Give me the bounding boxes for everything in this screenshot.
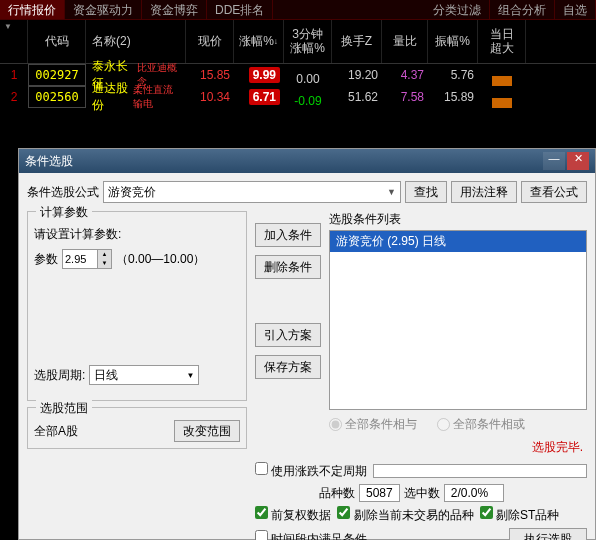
change-scope-button[interactable]: 改变范围 bbox=[174, 420, 240, 442]
spin-down-icon[interactable]: ▼ bbox=[97, 259, 111, 268]
condition-stock-dialog: 条件选股 — ✕ 条件选股公式 游资竞价 ▼ 查找 用法注释 查看公式 计算参数… bbox=[18, 148, 596, 540]
tab-self[interactable]: 自选 bbox=[555, 0, 596, 19]
turnover: 51.62 bbox=[332, 86, 382, 108]
amplitude: 15.89 bbox=[428, 86, 478, 108]
condition-listbox[interactable]: 游资竞价 (2.95) 日线 bbox=[329, 230, 587, 410]
add-condition-button[interactable]: 加入条件 bbox=[255, 223, 321, 247]
price: 10.34 bbox=[186, 86, 234, 108]
spin-up-icon[interactable]: ▲ bbox=[97, 250, 111, 259]
tab-combo[interactable]: 组合分析 bbox=[490, 0, 555, 19]
day-big bbox=[478, 64, 526, 86]
col-amplitude[interactable]: 振幅% bbox=[428, 20, 478, 63]
top-tab-bar: 行情报价 资金驱动力 资金博弈 DDE排名 分类过滤 组合分析 自选 bbox=[0, 0, 596, 20]
save-scheme-button[interactable]: 保存方案 bbox=[255, 355, 321, 379]
col-price[interactable]: 现价 bbox=[186, 20, 234, 63]
param-range: （0.00—10.00） bbox=[116, 251, 205, 268]
cycle-checkbox[interactable]: 使用涨跌不定周期 bbox=[255, 462, 367, 480]
col-code[interactable]: 代码 bbox=[28, 20, 86, 63]
progress-bar bbox=[373, 464, 587, 478]
view-formula-button[interactable]: 查看公式 bbox=[521, 181, 587, 203]
stock-code[interactable]: 002560 bbox=[28, 86, 86, 108]
turnover: 19.20 bbox=[332, 64, 382, 86]
time-checkbox[interactable]: 时间段内满足条件 bbox=[255, 530, 367, 540]
tab-dde[interactable]: DDE排名 bbox=[207, 0, 273, 19]
stock-name[interactable]: 通达股份柔性直流输电 bbox=[86, 86, 186, 108]
col-name[interactable]: 名称(2) bbox=[86, 20, 186, 63]
scope-value: 全部A股 bbox=[34, 423, 170, 440]
param-input[interactable] bbox=[63, 250, 97, 268]
chevron-down-icon: ▼ bbox=[186, 371, 194, 380]
selected-value: 2/0.0% bbox=[444, 484, 504, 502]
fq-checkbox[interactable]: 前复权数据 bbox=[255, 506, 331, 524]
sort-icon: ▼ bbox=[4, 22, 12, 31]
tab-quotes[interactable]: 行情报价 bbox=[0, 0, 65, 19]
col-index[interactable]: ▼ bbox=[0, 20, 28, 63]
period-label: 选股周期: bbox=[34, 367, 85, 384]
vol-ratio: 4.37 bbox=[382, 64, 428, 86]
calc-params-group: 计算参数 请设置计算参数: 参数 ▲▼ （0.00—10.00） 选股周期: bbox=[27, 211, 247, 401]
dialog-titlebar[interactable]: 条件选股 — ✕ bbox=[19, 149, 595, 173]
calc-hint: 请设置计算参数: bbox=[34, 226, 240, 243]
col-pct[interactable]: 涨幅%↓ bbox=[234, 20, 284, 63]
change-3min: -0.09 bbox=[284, 86, 332, 108]
col-volratio[interactable]: 量比 bbox=[382, 20, 428, 63]
count-label: 品种数 bbox=[319, 485, 355, 502]
import-scheme-button[interactable]: 引入方案 bbox=[255, 323, 321, 347]
st-checkbox[interactable]: 剔除ST品种 bbox=[480, 506, 560, 524]
tab-filter[interactable]: 分类过滤 bbox=[425, 0, 490, 19]
change-pct: 6.71 bbox=[234, 86, 284, 108]
chevron-down-icon: ▼ bbox=[387, 187, 396, 197]
change-3min: 0.00 bbox=[284, 64, 332, 86]
price: 15.85 bbox=[186, 64, 234, 86]
radio-or[interactable]: 全部条件相或 bbox=[437, 416, 525, 433]
delete-condition-button[interactable]: 删除条件 bbox=[255, 255, 321, 279]
vol-ratio: 7.58 bbox=[382, 86, 428, 108]
run-selection-button[interactable]: 执行选股 bbox=[509, 528, 587, 540]
day-big bbox=[478, 86, 526, 108]
dialog-title: 条件选股 bbox=[25, 153, 73, 170]
param-spinner[interactable]: ▲▼ bbox=[62, 249, 112, 269]
count-value: 5087 bbox=[359, 484, 400, 502]
condition-list-label: 选股条件列表 bbox=[329, 211, 587, 228]
usage-button[interactable]: 用法注释 bbox=[451, 181, 517, 203]
param-label: 参数 bbox=[34, 251, 58, 268]
exclude-checkbox[interactable]: 剔除当前未交易的品种 bbox=[337, 506, 473, 524]
formula-label: 条件选股公式 bbox=[27, 184, 99, 201]
stock-code[interactable]: 002927 bbox=[28, 64, 86, 86]
row-index: 1 bbox=[0, 64, 28, 86]
col-turnover[interactable]: 换手Z bbox=[332, 20, 382, 63]
amplitude: 5.76 bbox=[428, 64, 478, 86]
tab-fund-game[interactable]: 资金博弈 bbox=[142, 0, 207, 19]
close-button[interactable]: ✕ bbox=[567, 152, 589, 170]
scope-group: 选股范围 全部A股 改变范围 bbox=[27, 407, 247, 449]
col-daybig[interactable]: 当日超大 bbox=[478, 20, 526, 63]
radio-and[interactable]: 全部条件相与 bbox=[329, 416, 417, 433]
list-item[interactable]: 游资竞价 (2.95) 日线 bbox=[330, 231, 586, 252]
period-combo[interactable]: 日线 ▼ bbox=[89, 365, 199, 385]
table-row[interactable]: 2 002560 通达股份柔性直流输电 10.34 6.71 -0.09 51.… bbox=[0, 86, 596, 108]
table-row[interactable]: 1 002927 泰永长征比亚迪概念 15.85 9.99 0.00 19.20… bbox=[0, 64, 596, 86]
row-index: 2 bbox=[0, 86, 28, 108]
tab-fund-drive[interactable]: 资金驱动力 bbox=[65, 0, 142, 19]
selected-label: 选中数 bbox=[404, 485, 440, 502]
minimize-button[interactable]: — bbox=[543, 152, 565, 170]
change-pct: 9.99 bbox=[234, 64, 284, 86]
formula-combo[interactable]: 游资竞价 ▼ bbox=[103, 181, 401, 203]
col-3min[interactable]: 3分钟涨幅% bbox=[284, 20, 332, 63]
status-text: 选股完毕. bbox=[333, 439, 583, 456]
table-header: ▼ 代码 名称(2) 现价 涨幅%↓ 3分钟涨幅% 换手Z 量比 振幅% 当日超… bbox=[0, 20, 596, 64]
find-button[interactable]: 查找 bbox=[405, 181, 447, 203]
